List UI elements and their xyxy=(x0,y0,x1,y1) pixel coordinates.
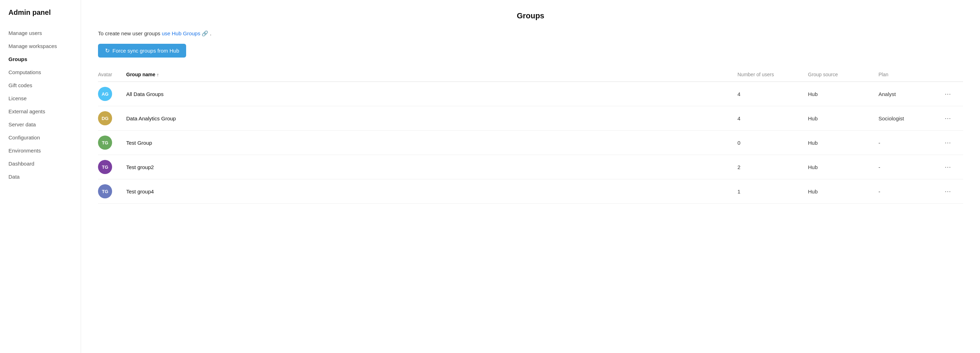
more-options-button[interactable]: ··· xyxy=(942,162,954,172)
sync-button-label: Force sync groups from Hub xyxy=(113,48,179,54)
group-source-cell: Hub xyxy=(808,115,878,121)
num-users-cell: 4 xyxy=(737,91,808,97)
col-plan: Plan xyxy=(878,72,942,77)
sync-icon: ↻ xyxy=(105,47,110,54)
num-users-cell: 2 xyxy=(737,164,808,170)
num-users-cell: 0 xyxy=(737,140,808,146)
sidebar-item-data[interactable]: Data xyxy=(8,170,81,183)
app-title: Admin panel xyxy=(8,8,81,17)
avatar-cell: TG xyxy=(98,160,126,174)
sidebar-item-environments[interactable]: Environments xyxy=(8,144,81,157)
info-text: To create new user groups use Hub Groups… xyxy=(98,30,963,37)
sidebar-item-manage-users[interactable]: Manage users xyxy=(8,27,81,40)
col-actions xyxy=(942,72,963,77)
avatar: TG xyxy=(98,160,112,174)
group-name-cell: Test group4 xyxy=(126,188,737,195)
group-name-cell: Test Group xyxy=(126,140,737,146)
plan-cell: - xyxy=(878,164,942,170)
col-group-source: Group source xyxy=(808,72,878,77)
table-header: Avatar Group name ↑ Number of users Grou… xyxy=(98,69,963,82)
table-row: AGAll Data Groups4HubAnalyst··· xyxy=(98,82,963,106)
groups-table: Avatar Group name ↑ Number of users Grou… xyxy=(98,69,963,204)
table-row: TGTest group41Hub-··· xyxy=(98,179,963,204)
sort-arrow-icon: ↑ xyxy=(156,72,159,77)
avatar: DG xyxy=(98,111,112,125)
col-num-users: Number of users xyxy=(737,72,808,77)
app-layout: Admin panel Manage usersManage workspace… xyxy=(0,0,980,353)
group-source-cell: Hub xyxy=(808,188,878,195)
sidebar-item-dashboard[interactable]: Dashboard xyxy=(8,157,81,170)
force-sync-button[interactable]: ↻ Force sync groups from Hub xyxy=(98,44,186,58)
group-source-cell: Hub xyxy=(808,164,878,170)
avatar-cell: TG xyxy=(98,184,126,198)
group-name-cell: All Data Groups xyxy=(126,91,737,97)
table-row: TGTest group22Hub-··· xyxy=(98,155,963,179)
group-source-cell: Hub xyxy=(808,140,878,146)
num-users-cell: 4 xyxy=(737,115,808,121)
actions-cell: ··· xyxy=(942,113,963,123)
more-options-button[interactable]: ··· xyxy=(942,113,954,123)
plan-cell: Sociologist xyxy=(878,115,942,121)
info-text-prefix: To create new user groups xyxy=(98,30,161,36)
avatar-cell: DG xyxy=(98,111,126,125)
table-row: TGTest Group0Hub-··· xyxy=(98,131,963,155)
actions-cell: ··· xyxy=(942,138,963,148)
table-body: AGAll Data Groups4HubAnalyst···DGData An… xyxy=(98,82,963,204)
avatar: AG xyxy=(98,87,112,101)
sidebar-item-groups[interactable]: Groups xyxy=(8,53,81,65)
avatar-cell: TG xyxy=(98,136,126,150)
col-group-name[interactable]: Group name ↑ xyxy=(126,72,737,77)
num-users-cell: 1 xyxy=(737,188,808,195)
sidebar-item-computations[interactable]: Computations xyxy=(8,65,81,79)
actions-cell: ··· xyxy=(942,186,963,196)
sidebar-item-license[interactable]: License xyxy=(8,92,81,105)
more-options-button[interactable]: ··· xyxy=(942,89,954,99)
col-avatar: Avatar xyxy=(98,72,126,77)
sidebar-item-configuration[interactable]: Configuration xyxy=(8,131,81,144)
sidebar-item-external-agents[interactable]: External agents xyxy=(8,105,81,118)
actions-cell: ··· xyxy=(942,89,963,99)
sidebar-item-manage-workspaces[interactable]: Manage workspaces xyxy=(8,40,81,53)
plan-cell: - xyxy=(878,188,942,195)
plan-cell: Analyst xyxy=(878,91,942,97)
sidebar: Admin panel Manage usersManage workspace… xyxy=(0,0,81,353)
avatar: TG xyxy=(98,136,112,150)
plan-cell: - xyxy=(878,140,942,146)
avatar-cell: AG xyxy=(98,87,126,101)
group-source-cell: Hub xyxy=(808,91,878,97)
more-options-button[interactable]: ··· xyxy=(942,138,954,148)
group-name-cell: Test group2 xyxy=(126,164,737,170)
sidebar-item-server-data[interactable]: Server data xyxy=(8,118,81,131)
main-content: Groups To create new user groups use Hub… xyxy=(81,0,980,353)
avatar: TG xyxy=(98,184,112,198)
hub-groups-link[interactable]: use Hub Groups 🔗 xyxy=(162,30,210,36)
sidebar-nav: Manage usersManage workspacesGroupsCompu… xyxy=(8,27,81,183)
sidebar-item-gift-codes[interactable]: Gift codes xyxy=(8,79,81,92)
page-title: Groups xyxy=(98,11,963,21)
actions-cell: ··· xyxy=(942,162,963,172)
table-row: DGData Analytics Group4HubSociologist··· xyxy=(98,106,963,131)
more-options-button[interactable]: ··· xyxy=(942,186,954,196)
group-name-cell: Data Analytics Group xyxy=(126,115,737,121)
